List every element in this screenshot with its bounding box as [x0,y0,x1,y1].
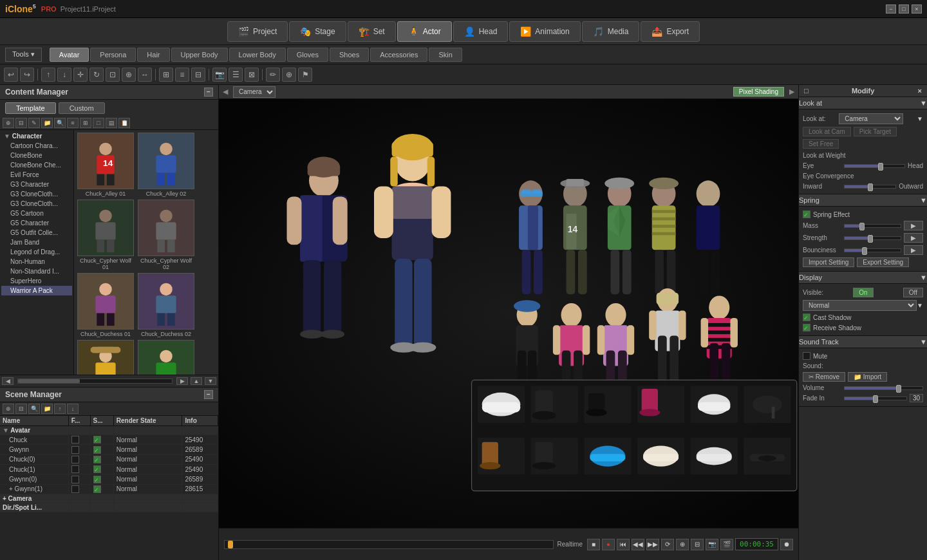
tab-lower-body[interactable]: Lower Body [229,48,286,62]
timeline-thumb[interactable] [228,541,233,548]
checkbox-s[interactable]: ✓ [93,436,101,443]
scroll-right[interactable]: ▶ [176,377,188,385]
tool9[interactable]: ⊟ [191,68,205,82]
mass-knob[interactable] [859,223,865,230]
table-row[interactable]: ▼ Avatar [0,426,218,435]
visible-off-btn[interactable]: Off [903,288,923,297]
nav-animation[interactable]: ▶️ Animation [509,21,580,42]
minimize-button[interactable]: − [886,5,896,14]
scroll-left[interactable]: ◀ [2,377,14,385]
visible-on-btn[interactable]: On [853,288,873,297]
nav-set[interactable]: 🏗️ Set [348,21,396,42]
eye-slider[interactable] [844,164,905,168]
ct-btn-2[interactable]: ⊟ [15,118,27,128]
sm-btn3[interactable]: 🔍 [28,404,40,414]
nav-actor[interactable]: 🧍 Actor [397,21,452,42]
tab-accessories[interactable]: Accessories [370,48,427,62]
timeline-slider[interactable] [224,540,554,549]
redo-button[interactable]: ↪ [20,68,34,82]
tab-shoes[interactable]: Shoes [330,48,369,62]
strength-slider[interactable] [844,236,901,240]
checkbox-f[interactable] [71,436,79,443]
bounce-knob[interactable] [862,247,867,255]
scroll-track[interactable] [17,378,173,384]
conv-knob[interactable] [868,183,873,191]
tool11[interactable]: ☰ [229,68,243,82]
grid-item-chuck-cypher02[interactable]: Chuck_Cypher Wolf 02 [137,200,195,270]
camera-tool[interactable]: 📷 [212,68,227,82]
tab-hair[interactable]: Hair [137,48,169,62]
rotate-tool[interactable]: ↻ [89,68,104,82]
set-free-button[interactable]: Set Free [803,139,839,149]
sm-btn1[interactable]: ⊕ [3,404,14,414]
spring-dropdown[interactable]: Spring ▼ [798,194,927,207]
shading-label[interactable]: Pixel Shading [733,87,784,97]
ct-btn-8[interactable]: □ [93,118,104,128]
tl-btn10[interactable]: 🎬 [720,539,733,550]
nav-media[interactable]: 🎵 Media [582,21,640,42]
ct-btn-1[interactable]: ⊕ [3,118,14,128]
table-row[interactable]: Gwynn ✓ Normal 26589 [0,445,218,454]
convergence-slider[interactable] [844,185,896,189]
tree-character[interactable]: ▼ Character [1,131,72,141]
tab-skin[interactable]: Skin [429,48,462,62]
tree-g3-clonecloth1[interactable]: G3 CloneCloth... [1,189,72,199]
scroll-down[interactable]: ▼ [205,377,216,385]
ct-btn-5[interactable]: 🔍 [54,118,66,128]
tl-btn11[interactable]: ⏺ [780,539,793,550]
mass-slider[interactable] [844,224,901,228]
tl-btn9[interactable]: 📷 [706,539,718,550]
tl-btn7[interactable]: ⊕ [676,539,689,550]
checkbox-f[interactable] [71,476,79,483]
checkbox-s[interactable]: ✓ [93,456,101,463]
tab-gloves[interactable]: Gloves [287,48,328,62]
checkbox-f[interactable] [71,485,79,493]
viewport-canvas[interactable]: 14 [219,99,798,528]
scene-manager-minimize[interactable]: − [204,390,213,399]
tool15[interactable]: ⚑ [298,68,312,82]
pick-target-button[interactable]: Pick Target [854,127,897,136]
next-btn[interactable]: ▶▶ [646,539,659,550]
volume-slider[interactable] [844,386,923,390]
look-at-cam-button[interactable]: Look at Cam [803,127,851,136]
tree-evil-force[interactable]: Evil Force [1,170,72,180]
export-setting-button[interactable]: Export Setting [857,257,909,267]
ct-btn-9[interactable]: ▤ [106,118,117,128]
tree-legend[interactable]: Legond of Drag... [1,247,72,257]
camera-select[interactable]: Camera [233,86,276,98]
bounce-value-btn[interactable]: ▶ [904,245,923,255]
grid-item-chuck-shygirl01[interactable]: Chuck_Shygirl 01 [77,340,135,375]
eye-knob[interactable] [878,163,883,171]
content-tab-template[interactable]: Template [5,102,56,114]
move-down-button[interactable]: ↓ [57,68,71,82]
nav-stage[interactable]: 🎭 Stage [289,21,346,42]
sm-btn2[interactable]: ⊟ [15,404,27,414]
tab-avatar[interactable]: Avatar [50,48,89,62]
tool14[interactable]: ⊕ [282,68,296,82]
record-button[interactable]: ● [602,539,615,550]
mass-value-btn[interactable]: ▶ [904,221,923,230]
table-row[interactable]: Dir./Spot Li... [0,503,218,512]
look-at-select[interactable]: Camera [839,113,903,124]
nav-head[interactable]: 👤 Head [453,21,509,42]
nav-project[interactable]: 🎬 Project [227,21,288,42]
tool6[interactable]: ↔ [138,68,152,82]
grid-item-chuck-duchess01[interactable]: Chuck_Duchess 01 [77,273,135,337]
tree-clonebone[interactable]: CloneBone [1,151,72,160]
tools-button[interactable]: Tools ▾ [5,48,42,62]
ct-btn-4[interactable]: 📁 [41,118,53,128]
tool5[interactable]: ⊕ [122,68,136,82]
grid-item-chuck-duchess02[interactable]: Chuck_Duchess 02 [137,273,195,337]
tree-warrior[interactable]: Warrior A Pack [1,286,72,295]
remove-sound-button[interactable]: ✂ Remove [803,372,845,382]
fade-knob[interactable] [873,395,878,403]
move-up-button[interactable]: ↑ [41,68,55,82]
tree-non-human[interactable]: Non-Human [1,257,72,266]
prev-btn[interactable]: ◀◀ [632,539,644,550]
content-tab-custom[interactable]: Custom [59,102,105,114]
table-row[interactable]: + Gwynn(1) ✓ Normal 28615 [0,484,218,494]
receive-shadow-checkbox[interactable]: ✓ [803,324,810,331]
tab-persona[interactable]: Persona [90,48,136,62]
prev-frame[interactable]: ⏮ [617,539,630,550]
close-button[interactable]: × [912,5,922,14]
